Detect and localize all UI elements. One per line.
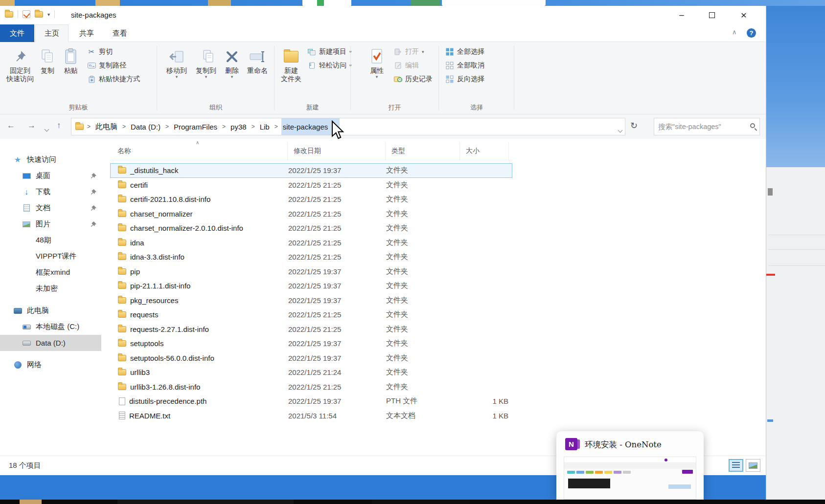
sidebar-item[interactable]: 图片 [0,216,101,232]
tab-share[interactable]: 共享 [71,24,102,42]
sidebar-item[interactable]: ↓ 下载 [0,184,101,200]
sidebar-item[interactable]: 未加密 [0,281,101,297]
help-button[interactable]: ? [747,28,756,38]
copy-to-button[interactable]: 复制到 ▾ [192,45,220,79]
file-row[interactable]: setuptools 2022/1/25 19:37 文件夹 [110,336,512,351]
sidebar-item[interactable]: 框架xmind [0,264,101,281]
sidebar-item[interactable]: VIPPPT课件 [0,248,101,264]
file-row[interactable]: certifi-2021.10.8.dist-info 2022/1/25 21… [110,192,512,207]
file-row[interactable]: pip 2022/1/25 19:37 文件夹 [110,264,512,279]
select-all-button[interactable]: 全部选择 [445,45,484,59]
sidebar-item[interactable]: ★ 快速访问 [0,152,101,168]
address-dropdown-chevron-icon[interactable] [619,125,622,134]
forward-button[interactable]: → [27,121,36,131]
open-button[interactable]: 打开 ▾ [393,45,433,59]
new-folder-quick-icon[interactable] [35,11,43,18]
tab-home[interactable]: 主页 [35,24,69,42]
column-header-size[interactable]: 大小 [460,142,509,160]
search-input[interactable] [658,118,744,135]
minimize-button[interactable]: – [670,6,693,24]
thumbnail-view-button[interactable] [746,459,760,472]
close-button[interactable]: × [733,6,755,24]
properties-quick-icon[interactable] [23,10,30,18]
move-to-icon [169,47,184,66]
breadcrumb-item[interactable]: Data (D:) > [129,118,172,135]
file-icon [118,340,126,347]
move-to-button[interactable]: 移动到 ▾ [161,45,192,79]
onenote-window-thumbnail[interactable] [564,457,696,500]
file-date: 2022/1/25 19:37 [288,296,386,305]
tab-view[interactable]: 查看 [105,24,135,42]
file-row[interactable]: pkg_resources 2022/1/25 19:37 文件夹 [110,293,512,308]
tab-file[interactable]: 文件 [0,24,34,42]
file-type: 文件夹 [386,223,460,233]
sidebar-item[interactable]: 此电脑 [0,303,101,319]
sidebar-item[interactable]: 网络 [0,357,101,373]
back-button[interactable]: ← [7,121,15,131]
sidebar-item[interactable]: 文档 [0,200,101,216]
file-row[interactable]: charset_normalizer-2.0.10.dist-info 2022… [110,221,512,236]
column-header-date[interactable]: 修改日期 [288,142,386,160]
breadcrumb-item[interactable]: ProgramFiles > [172,118,229,135]
column-header-type[interactable]: 类型 [386,142,460,160]
select-none-button[interactable]: 全部取消 [445,59,484,72]
file-name: setuptools-56.0.0.dist-info [130,354,214,362]
paste-button[interactable]: 粘贴 [59,45,83,75]
quick-access-toolbar: ▾ [5,10,55,18]
cut-button[interactable]: ✂ 剪切 [87,45,140,59]
file-name: urllib3-1.26.8.dist-info [130,383,200,391]
copy-path-button[interactable]: 复制路径 [87,59,140,72]
file-row[interactable]: idna 2022/1/25 21:25 文件夹 [110,236,512,250]
file-row[interactable]: pip-21.1.1.dist-info 2022/1/25 19:37 文件夹 [110,279,512,293]
delete-button[interactable]: 删除 ▾ [220,45,244,79]
file-date: 2022/1/25 21:25 [288,224,386,232]
address-bar[interactable]: > 此电脑 > Data (D:) > ProgramFiles > py38 … [71,118,625,135]
select-all-icon [445,48,454,56]
breadcrumb-item[interactable]: 此电脑 > [94,118,129,135]
file-row[interactable]: distutils-precedence.pth 2022/1/25 19:37… [110,394,512,409]
file-row[interactable]: setuptools-56.0.0.dist-info 2022/1/25 19… [110,351,512,366]
copy-button[interactable]: 复制 [36,45,59,75]
file-icon [118,384,126,390]
edit-button[interactable]: 编辑 [393,59,433,72]
sidebar-item[interactable]: Data (D:) [0,335,101,351]
file-row[interactable]: urllib3-1.26.8.dist-info 2022/1/25 21:25… [110,380,512,394]
refresh-icon[interactable]: ↻ [630,120,638,131]
file-row[interactable]: urllib3 2022/1/25 21:24 文件夹 [110,365,512,380]
new-item-button[interactable]: 新建项目 ▾ [307,45,352,59]
customize-toolbar-chevron-icon[interactable]: ▾ [47,12,50,17]
breadcrumb-item[interactable]: Lib > [258,118,281,135]
sidebar-item[interactable]: 48期 [0,232,101,248]
rename-button[interactable]: 重命名 [244,45,271,75]
sidebar-item[interactable]: 本地磁盘 (C:) [0,319,101,335]
invert-selection-button[interactable]: 反向选择 [445,72,484,86]
file-row[interactable]: requests 2022/1/25 21:25 文件夹 [110,307,512,322]
history-button[interactable]: 历史记录 [393,72,433,86]
copy-to-icon [199,47,213,66]
file-row[interactable]: certifi 2022/1/25 21:25 文件夹 [110,178,512,193]
paste-shortcut-button[interactable]: 粘贴快捷方式 [87,72,140,86]
sidebar-item-icon: ★ [14,156,21,164]
search-box[interactable] [654,118,760,135]
pin-to-quick-access-button[interactable]: 固定到 快速访问 [4,45,36,83]
file-row[interactable]: charset_normalizer 2022/1/25 21:25 文件夹 [110,207,512,221]
recent-locations-chevron-icon[interactable] [45,124,48,133]
file-row[interactable]: requests-2.27.1.dist-info 2022/1/25 21:2… [110,322,512,337]
easy-access-button[interactable]: 轻松访问 ▾ [307,59,352,72]
maximize-button[interactable] [701,6,723,24]
properties-button[interactable]: 属性 ▾ [364,45,390,79]
breadcrumb-item[interactable]: py38 > [229,118,258,135]
breadcrumb: 此电脑 > Data (D:) > ProgramFiles > py38 > … [94,118,340,135]
file-row[interactable]: idna-3.3.dist-info 2022/1/25 21:25 文件夹 [110,250,512,264]
file-icon [118,211,126,217]
file-row[interactable]: README.txt 2021/5/3 11:54 文本文档 1 KB [110,409,512,423]
file-row[interactable]: _distutils_hack 2022/1/25 19:37 文件夹 [110,163,512,178]
search-icon [750,123,755,128]
taskbar-strip[interactable] [0,500,825,504]
sidebar-item[interactable]: 桌面 [0,168,101,184]
collapse-ribbon-icon[interactable]: ∧ [732,28,737,36]
onenote-notification-card[interactable]: N 环境安装 - OneNote [556,431,704,500]
details-view-button[interactable] [729,459,743,472]
new-folder-button[interactable]: 新建 文件夹 [277,45,305,83]
up-button[interactable]: ↑ [57,121,61,131]
